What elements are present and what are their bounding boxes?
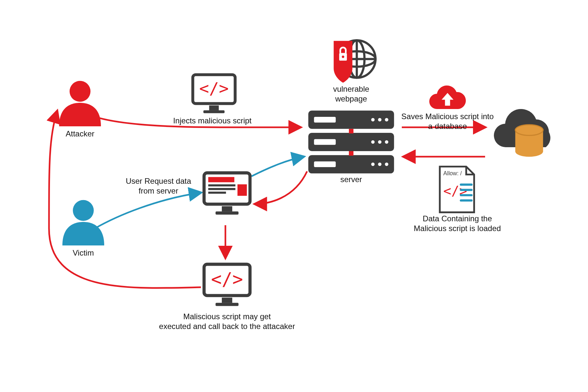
- svg-rect-48: [222, 298, 232, 303]
- diagram-stage: Attacker Injects malicious script </>: [0, 0, 588, 392]
- vulnerable-label: vulnerable webpage: [315, 84, 387, 104]
- svg-rect-46: [237, 184, 247, 196]
- allow-file-node: Allow: / </>: [434, 165, 479, 217]
- attacker-node: [54, 77, 106, 130]
- server-icon: [302, 108, 400, 176]
- exec-label: Maliscious script may get executed and c…: [150, 312, 304, 331]
- svg-rect-49: [216, 303, 238, 306]
- svg-rect-17: [314, 162, 336, 167]
- svg-point-18: [371, 118, 375, 122]
- svg-rect-2: [209, 105, 219, 110]
- svg-rect-28: [349, 151, 353, 156]
- exec-monitor: </>: [201, 261, 253, 313]
- document-icon: Allow: / </>: [434, 165, 479, 215]
- svg-rect-3: [204, 110, 225, 113]
- arrow-server-client: [255, 171, 307, 204]
- svg-point-20: [385, 118, 388, 122]
- attacker-label: Attacker: [47, 129, 113, 139]
- svg-rect-42: [208, 177, 234, 182]
- shield-globe-icon: [322, 34, 378, 86]
- victim-label: Victim: [57, 248, 109, 258]
- server-node: [302, 108, 400, 178]
- code-monitor-1: </>: [189, 72, 238, 119]
- cloud-database-icon: [490, 104, 565, 163]
- cloud-db-node: [490, 104, 565, 165]
- user-request-label: User Request data from server: [113, 176, 204, 196]
- svg-text:</>: </>: [199, 79, 229, 98]
- svg-point-31: [515, 146, 543, 157]
- svg-point-0: [70, 81, 90, 102]
- save-db-label: Saves Malicious script into a database: [399, 112, 497, 131]
- monitor-code-icon-2: </>: [201, 261, 253, 312]
- svg-point-24: [371, 163, 375, 166]
- allow-file-text: Allow: /: [443, 170, 462, 177]
- svg-rect-15: [314, 117, 336, 123]
- svg-point-38: [73, 200, 94, 221]
- svg-rect-27: [349, 129, 353, 133]
- browser-monitor-icon: [201, 170, 253, 220]
- svg-rect-41: [216, 212, 238, 215]
- svg-point-21: [371, 140, 375, 144]
- cloud-upload-icon: [426, 84, 469, 115]
- svg-point-22: [378, 140, 382, 144]
- svg-rect-40: [222, 206, 232, 212]
- server-label: server: [335, 175, 368, 184]
- arrow-client-server: [252, 157, 304, 176]
- svg-point-11: [342, 55, 344, 58]
- svg-rect-16: [314, 139, 336, 145]
- data-load-label: Data Containing the Malicious script is …: [407, 214, 508, 233]
- svg-text:</>: </>: [211, 269, 243, 290]
- svg-point-23: [385, 140, 388, 144]
- victim-node: [57, 196, 109, 249]
- svg-rect-45: [208, 192, 226, 194]
- svg-point-25: [378, 163, 382, 166]
- svg-point-19: [378, 118, 382, 122]
- attacker-icon: [54, 77, 106, 129]
- svg-rect-43: [208, 184, 235, 186]
- client-monitor: [201, 170, 253, 222]
- arrow-victim-client: [95, 193, 201, 228]
- monitor-code-icon: </>: [189, 72, 238, 118]
- vulnerable-shield-node: [322, 34, 378, 88]
- victim-icon: [57, 196, 109, 248]
- svg-rect-44: [208, 188, 235, 190]
- svg-point-26: [385, 163, 388, 166]
